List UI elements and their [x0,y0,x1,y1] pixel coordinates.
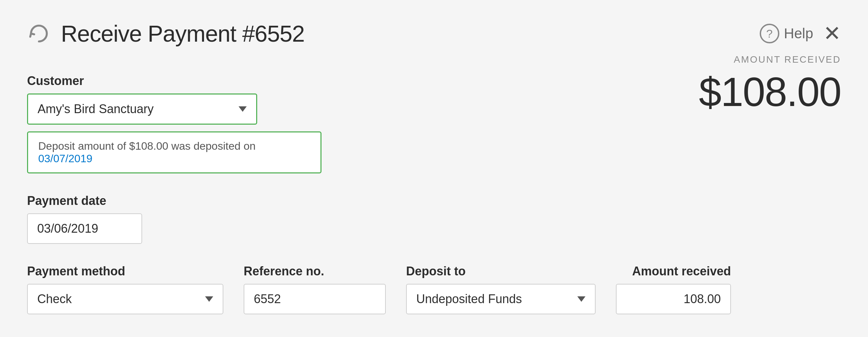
deposit-notice-date-link[interactable]: 03/07/2019 [38,152,92,165]
deposit-to-dropdown-arrow-icon [577,296,585,302]
deposit-to-value: Undeposited Funds [416,292,522,306]
help-circle-icon: ? [760,24,779,43]
deposit-to-field: Deposit to Undeposited Funds [406,264,596,314]
reference-no-label: Reference no. [244,264,386,278]
payment-method-dropdown-arrow-icon [205,296,213,302]
deposit-notice: Deposit amount of $108.00 was deposited … [27,131,321,173]
deposit-to-label: Deposit to [406,264,596,278]
payment-date-label: Payment date [27,194,501,208]
amount-received-field-label: Amount received [616,264,731,278]
amount-received-field: Amount received [616,264,731,314]
amount-received-value: $108.00 [699,68,841,115]
payment-method-field: Payment method Check [27,264,223,314]
modal-header: Receive Payment #6552 ? Help ✕ [27,20,841,47]
page-title: Receive Payment #6552 [61,20,305,47]
deposit-notice-text: Deposit amount of $108.00 was deposited … [38,140,255,152]
help-button[interactable]: ? Help [760,24,813,43]
bottom-row: Payment method Check Reference no. Depos… [27,264,501,314]
amount-received-input[interactable] [616,284,731,314]
customer-value: Amy's Bird Sanctuary [38,102,154,116]
reference-no-input[interactable] [244,284,386,314]
customer-dropdown[interactable]: Amy's Bird Sanctuary [27,93,257,125]
payment-date-section: Payment date [27,194,501,244]
form-section: Customer Amy's Bird Sanctuary Deposit am… [27,74,501,314]
amount-received-label: AMOUNT RECEIVED [699,54,841,65]
payment-method-dropdown[interactable]: Check [27,284,223,314]
receive-payment-modal: Receive Payment #6552 ? Help ✕ AMOUNT RE… [0,0,868,337]
header-left: Receive Payment #6552 [27,20,305,47]
close-button[interactable]: ✕ [823,23,841,44]
deposit-to-dropdown[interactable]: Undeposited Funds [406,284,596,314]
reference-no-field: Reference no. [244,264,386,314]
payment-date-input[interactable] [27,213,142,244]
payment-method-value: Check [37,292,72,306]
customer-dropdown-arrow-icon [239,106,247,112]
amount-received-display: AMOUNT RECEIVED $108.00 [699,54,841,115]
header-right: ? Help ✕ [760,23,841,44]
payment-method-label: Payment method [27,264,223,278]
customer-label: Customer [27,74,501,88]
refresh-icon [27,22,51,45]
